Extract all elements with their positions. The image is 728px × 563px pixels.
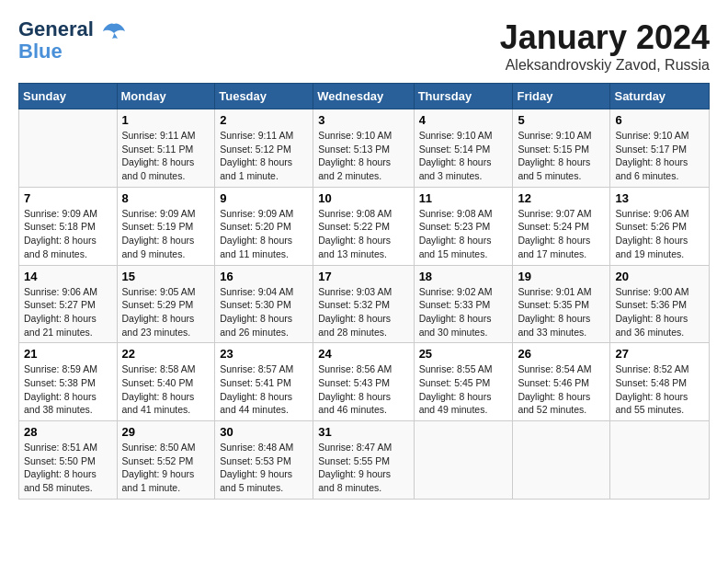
- day-info: Sunrise: 8:50 AMSunset: 5:52 PMDaylight:…: [122, 441, 210, 495]
- daylight-text: Daylight: 8 hours and 52 minutes.: [518, 390, 605, 417]
- daylight-text: Daylight: 8 hours and 38 minutes.: [24, 390, 112, 417]
- daylight-text: Daylight: 8 hours and 2 minutes.: [318, 155, 408, 182]
- sunset-text: Sunset: 5:48 PM: [615, 376, 704, 390]
- daylight-text: Daylight: 8 hours and 58 minutes.: [24, 467, 112, 494]
- day-info: Sunrise: 8:55 AMSunset: 5:45 PMDaylight:…: [419, 362, 508, 417]
- day-info: Sunrise: 9:11 AMSunset: 5:11 PMDaylight:…: [122, 129, 210, 183]
- sunset-text: Sunset: 5:41 PM: [220, 376, 308, 390]
- day-number: 8: [122, 191, 210, 205]
- calendar-header-row: SundayMondayTuesdayWednesdayThursdayFrid…: [19, 84, 710, 109]
- calendar-cell: 7Sunrise: 9:09 AMSunset: 5:18 PMDaylight…: [19, 187, 118, 265]
- page-title: January 2024: [500, 18, 710, 57]
- sunset-text: Sunset: 5:29 PM: [122, 298, 210, 312]
- calendar-week-row: 1Sunrise: 9:11 AMSunset: 5:11 PMDaylight…: [19, 109, 710, 188]
- day-info: Sunrise: 8:58 AMSunset: 5:40 PMDaylight:…: [122, 362, 210, 417]
- daylight-text: Daylight: 8 hours and 15 minutes.: [419, 234, 508, 260]
- day-number: 2: [220, 113, 308, 127]
- day-header-monday: Monday: [117, 84, 215, 109]
- calendar-cell: 9Sunrise: 9:09 AMSunset: 5:20 PMDaylight…: [215, 187, 313, 265]
- day-info: Sunrise: 9:02 AMSunset: 5:33 PMDaylight:…: [419, 285, 508, 339]
- calendar-cell: [610, 421, 710, 500]
- day-info: Sunrise: 9:03 AMSunset: 5:32 PMDaylight:…: [318, 285, 408, 339]
- sunrise-text: Sunrise: 8:55 AM: [419, 362, 508, 376]
- sunset-text: Sunset: 5:36 PM: [615, 298, 704, 312]
- daylight-text: Daylight: 8 hours and 46 minutes.: [318, 390, 408, 417]
- calendar-cell: 28Sunrise: 8:51 AMSunset: 5:50 PMDayligh…: [19, 421, 118, 500]
- day-number: 12: [518, 191, 605, 205]
- sunset-text: Sunset: 5:14 PM: [419, 143, 508, 156]
- sunrise-text: Sunrise: 8:52 AM: [615, 362, 704, 376]
- day-info: Sunrise: 9:10 AMSunset: 5:13 PMDaylight:…: [318, 129, 408, 183]
- daylight-text: Daylight: 8 hours and 11 minutes.: [220, 234, 308, 260]
- daylight-text: Daylight: 8 hours and 30 minutes.: [419, 312, 508, 339]
- sunset-text: Sunset: 5:19 PM: [122, 220, 210, 234]
- sunrise-text: Sunrise: 8:54 AM: [518, 362, 605, 376]
- daylight-text: Daylight: 8 hours and 36 minutes.: [615, 312, 704, 339]
- calendar-week-row: 21Sunrise: 8:59 AMSunset: 5:38 PMDayligh…: [19, 343, 710, 421]
- daylight-text: Daylight: 9 hours and 1 minute.: [122, 467, 210, 494]
- calendar-week-row: 7Sunrise: 9:09 AMSunset: 5:18 PMDaylight…: [19, 187, 710, 265]
- day-number: 17: [318, 270, 408, 283]
- day-info: Sunrise: 9:06 AMSunset: 5:26 PMDaylight:…: [615, 207, 704, 261]
- calendar-cell: 6Sunrise: 9:10 AMSunset: 5:17 PMDaylight…: [610, 109, 710, 188]
- day-number: 10: [318, 191, 408, 205]
- day-info: Sunrise: 9:07 AMSunset: 5:24 PMDaylight:…: [518, 207, 605, 261]
- logo-blue-text: Blue: [18, 40, 63, 63]
- sunrise-text: Sunrise: 8:50 AM: [122, 441, 210, 454]
- daylight-text: Daylight: 8 hours and 3 minutes.: [419, 155, 508, 182]
- sunrise-text: Sunrise: 9:06 AM: [24, 285, 112, 299]
- day-number: 3: [318, 113, 408, 127]
- sunset-text: Sunset: 5:23 PM: [419, 220, 508, 234]
- daylight-text: Daylight: 8 hours and 6 minutes.: [615, 155, 704, 182]
- calendar-cell: 8Sunrise: 9:09 AMSunset: 5:19 PMDaylight…: [117, 187, 215, 265]
- sunset-text: Sunset: 5:38 PM: [24, 376, 112, 390]
- daylight-text: Daylight: 9 hours and 5 minutes.: [220, 467, 308, 494]
- day-info: Sunrise: 8:54 AMSunset: 5:46 PMDaylight:…: [518, 362, 605, 417]
- day-number: 31: [318, 425, 408, 439]
- sunset-text: Sunset: 5:46 PM: [518, 376, 605, 390]
- calendar-cell: 13Sunrise: 9:06 AMSunset: 5:26 PMDayligh…: [610, 187, 710, 265]
- calendar-cell: 15Sunrise: 9:05 AMSunset: 5:29 PMDayligh…: [117, 265, 215, 343]
- day-header-friday: Friday: [513, 84, 610, 109]
- sunset-text: Sunset: 5:27 PM: [24, 298, 112, 312]
- calendar-cell: 5Sunrise: 9:10 AMSunset: 5:15 PMDaylight…: [513, 109, 610, 188]
- daylight-text: Daylight: 8 hours and 28 minutes.: [318, 312, 408, 339]
- sunrise-text: Sunrise: 8:59 AM: [24, 362, 112, 376]
- sunrise-text: Sunrise: 8:47 AM: [318, 441, 408, 454]
- calendar-cell: [414, 421, 513, 500]
- day-number: 5: [518, 113, 605, 127]
- day-info: Sunrise: 9:10 AMSunset: 5:14 PMDaylight:…: [419, 129, 508, 183]
- day-info: Sunrise: 9:10 AMSunset: 5:17 PMDaylight:…: [615, 129, 704, 183]
- day-info: Sunrise: 9:08 AMSunset: 5:23 PMDaylight:…: [419, 207, 508, 261]
- day-info: Sunrise: 9:09 AMSunset: 5:19 PMDaylight:…: [122, 207, 210, 261]
- logo: General Blue: [18, 18, 127, 63]
- sunset-text: Sunset: 5:43 PM: [318, 376, 408, 390]
- sunset-text: Sunset: 5:22 PM: [318, 220, 408, 234]
- sunset-text: Sunset: 5:55 PM: [318, 454, 408, 468]
- daylight-text: Daylight: 8 hours and 0 minutes.: [122, 155, 210, 182]
- sunset-text: Sunset: 5:30 PM: [220, 298, 308, 312]
- calendar-cell: 20Sunrise: 9:00 AMSunset: 5:36 PMDayligh…: [610, 265, 710, 343]
- daylight-text: Daylight: 8 hours and 26 minutes.: [220, 312, 308, 339]
- daylight-text: Daylight: 8 hours and 19 minutes.: [615, 234, 704, 260]
- calendar-cell: 2Sunrise: 9:11 AMSunset: 5:12 PMDaylight…: [215, 109, 313, 188]
- sunset-text: Sunset: 5:45 PM: [419, 376, 508, 390]
- calendar-cell: 10Sunrise: 9:08 AMSunset: 5:22 PMDayligh…: [313, 187, 414, 265]
- sunrise-text: Sunrise: 8:48 AM: [220, 441, 308, 454]
- sunrise-text: Sunrise: 8:51 AM: [24, 441, 112, 454]
- day-number: 28: [24, 425, 112, 439]
- sunrise-text: Sunrise: 8:58 AM: [122, 362, 210, 376]
- calendar-cell: 26Sunrise: 8:54 AMSunset: 5:46 PMDayligh…: [513, 343, 610, 421]
- calendar-cell: [513, 421, 610, 500]
- sunrise-text: Sunrise: 9:02 AM: [419, 285, 508, 299]
- day-info: Sunrise: 9:11 AMSunset: 5:12 PMDaylight:…: [220, 129, 308, 183]
- day-number: 14: [24, 270, 112, 283]
- day-info: Sunrise: 9:09 AMSunset: 5:18 PMDaylight:…: [24, 207, 112, 261]
- calendar-cell: 11Sunrise: 9:08 AMSunset: 5:23 PMDayligh…: [414, 187, 513, 265]
- day-number: 6: [615, 113, 704, 127]
- calendar-cell: 24Sunrise: 8:56 AMSunset: 5:43 PMDayligh…: [313, 343, 414, 421]
- day-number: 1: [122, 113, 210, 127]
- day-info: Sunrise: 8:57 AMSunset: 5:41 PMDaylight:…: [220, 362, 308, 417]
- calendar-cell: [19, 109, 118, 188]
- sunset-text: Sunset: 5:20 PM: [220, 220, 308, 234]
